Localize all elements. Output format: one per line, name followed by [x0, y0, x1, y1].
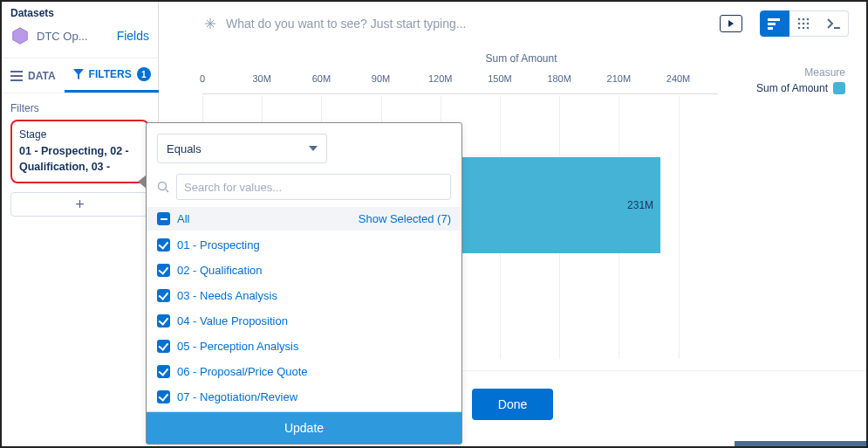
tab-filters-label: FILTERS: [89, 68, 132, 80]
bottom-stub: [735, 441, 868, 446]
axis-tick: 120M: [428, 73, 453, 84]
axis-tick: 60M: [312, 73, 331, 84]
filter-values-popover: Equals All Show Selected (7) 01 - Prospe…: [146, 122, 462, 445]
done-button[interactable]: Done: [472, 389, 553, 420]
left-panel: Datasets DTC Op... Fields DATA FILTERS 1: [2, 2, 159, 446]
value-item[interactable]: 07 - Negotiation/Review: [147, 384, 461, 410]
chart-title: Sum of Amount: [194, 52, 849, 65]
value-label: 07 - Negotiation/Review: [177, 390, 297, 403]
svg-rect-1: [768, 18, 780, 21]
values-search-input[interactable]: [176, 174, 451, 200]
values-list: 01 - Prospecting02 - Qualification03 - N…: [147, 231, 461, 411]
bar-chart-icon: [768, 17, 782, 30]
filter-value: 01 - Prospecting, 02 - Qualification, 03…: [19, 144, 140, 175]
operator-label: Equals: [167, 142, 202, 155]
svg-point-10: [798, 27, 801, 30]
funnel-icon: [73, 69, 84, 79]
search-icon: [157, 181, 169, 193]
value-checkbox[interactable]: [157, 365, 170, 378]
sparkle-icon: [203, 17, 217, 31]
select-all-row[interactable]: All Show Selected (7): [147, 207, 461, 231]
bar-value-label: 231M: [627, 199, 653, 211]
filters-count-badge: 1: [137, 67, 151, 81]
value-item[interactable]: 06 - Proposal/Price Quote: [147, 359, 461, 384]
prompt-icon: [827, 18, 841, 29]
axis-tick: 210M: [607, 73, 632, 84]
show-selected-link[interactable]: Show Selected (7): [359, 212, 451, 225]
value-item[interactable]: 05 - Perception Analysis: [147, 334, 461, 359]
tab-filters[interactable]: FILTERS 1: [65, 59, 160, 93]
value-label: 02 - Qualification: [177, 264, 263, 277]
svg-point-9: [807, 23, 810, 25]
view-mode-group: [760, 10, 849, 37]
filters-section-label: Filters: [2, 93, 158, 120]
svg-point-12: [807, 27, 810, 30]
chart-legend: Sum of Amount: [756, 82, 845, 94]
tab-data[interactable]: DATA: [2, 59, 65, 93]
axis-tick: 180M: [547, 73, 571, 84]
select-all-checkbox[interactable]: [157, 212, 170, 225]
left-tabs: DATA FILTERS 1: [2, 58, 158, 93]
axis-tick: 90M: [372, 73, 390, 84]
svg-point-13: [159, 183, 167, 190]
filter-field-name: Stage: [19, 128, 140, 141]
filter-card-stage[interactable]: Stage 01 - Prospecting, 02 - Qualificati…: [10, 120, 149, 183]
value-label: 04 - Value Proposition: [177, 314, 288, 327]
value-label: 01 - Prospecting: [177, 238, 260, 252]
dataset-row[interactable]: DTC Op... Fields: [2, 23, 158, 52]
value-checkbox[interactable]: [157, 390, 170, 403]
dataset-hex-icon: [10, 26, 30, 45]
run-button[interactable]: [720, 15, 742, 32]
axis-tick: 150M: [488, 73, 512, 84]
svg-point-8: [803, 23, 805, 25]
update-button[interactable]: Update: [147, 411, 461, 444]
axis-tick: 240M: [666, 73, 691, 84]
axis-tick: 30M: [252, 73, 270, 84]
svg-point-4: [798, 18, 801, 21]
svg-rect-3: [768, 27, 773, 30]
value-label: 03 - Needs Analysis: [177, 289, 277, 302]
tab-data-label: DATA: [28, 70, 56, 82]
dataset-name: DTC Op...: [37, 30, 88, 43]
x-axis: 030M60M90M120M150M180M210M240M: [202, 68, 718, 94]
svg-point-5: [803, 18, 805, 21]
svg-rect-2: [768, 23, 776, 25]
measure-label: Measure: [804, 66, 845, 79]
table-icon: [797, 17, 811, 30]
operator-select[interactable]: Equals: [157, 134, 327, 163]
fields-link[interactable]: Fields: [117, 29, 149, 43]
chevron-down-icon: [309, 146, 318, 151]
legend-swatch: [833, 82, 845, 94]
chart-mode-button[interactable]: [760, 10, 789, 37]
list-icon: [10, 71, 23, 81]
legend-label: Sum of Amount: [756, 82, 828, 94]
svg-point-11: [803, 27, 805, 30]
value-item[interactable]: 04 - Value Proposition: [147, 308, 461, 334]
value-label: 05 - Perception Analysis: [177, 340, 298, 353]
add-filter-button[interactable]: +: [10, 192, 149, 217]
value-label: 06 - Proposal/Price Quote: [177, 365, 308, 378]
svg-point-6: [807, 18, 810, 21]
value-checkbox[interactable]: [157, 314, 170, 327]
value-checkbox[interactable]: [157, 340, 170, 353]
value-item[interactable]: 01 - Prospecting: [147, 232, 461, 258]
svg-point-7: [798, 23, 801, 25]
datasets-label: Datasets: [2, 2, 158, 23]
table-mode-button[interactable]: [789, 10, 819, 37]
axis-tick: 0: [200, 73, 205, 84]
nlq-search[interactable]: [194, 10, 711, 37]
value-checkbox[interactable]: [157, 289, 170, 302]
saql-mode-button[interactable]: [819, 10, 849, 37]
play-icon: [728, 20, 734, 27]
nlq-input[interactable]: [226, 17, 701, 31]
value-item[interactable]: 03 - Needs Analysis: [147, 283, 461, 308]
svg-marker-0: [13, 28, 28, 44]
value-item[interactable]: 02 - Qualification: [147, 258, 461, 283]
value-checkbox[interactable]: [157, 238, 170, 252]
all-label: All: [177, 212, 189, 225]
value-checkbox[interactable]: [157, 264, 170, 277]
